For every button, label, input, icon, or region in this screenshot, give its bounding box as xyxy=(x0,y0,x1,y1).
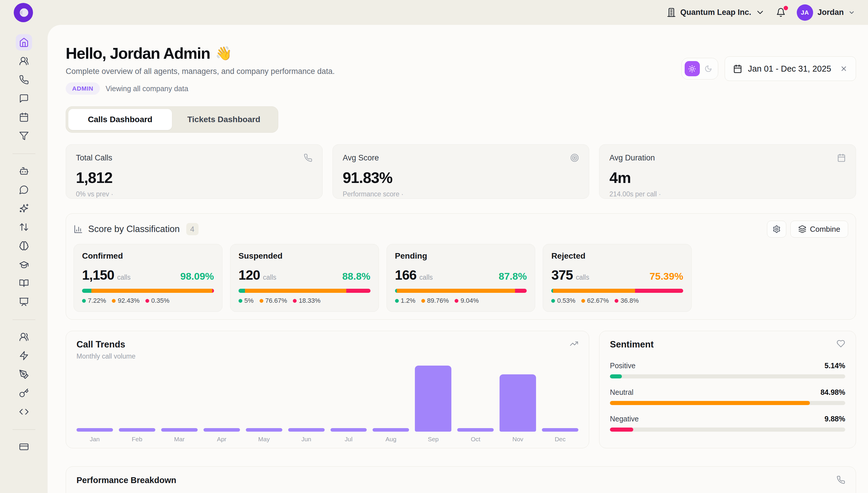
home-icon xyxy=(19,37,29,47)
sidebar-item-calendar[interactable] xyxy=(16,109,32,125)
date-range-picker[interactable]: Jan 01 - Dec 31, 2025 xyxy=(725,57,856,81)
bar-apr[interactable] xyxy=(204,428,240,432)
notification-dot xyxy=(784,6,788,10)
sidebar-item-book-open[interactable] xyxy=(16,275,32,291)
score-percent: 87.8% xyxy=(499,271,527,282)
sentiment-value: 5.14% xyxy=(824,362,845,370)
call-trends-chart xyxy=(76,366,578,432)
classification-card-confirmed[interactable]: Confirmed1,150calls98.09%7.22%92.43%0.35… xyxy=(74,244,223,312)
sidebar-item-sparkles[interactable] xyxy=(16,200,32,217)
sentiment-title: Sentiment xyxy=(610,339,654,350)
chevron-down-icon xyxy=(848,9,855,16)
bar-legend: 5%76.67%18.33% xyxy=(238,297,370,304)
bar-aug[interactable] xyxy=(372,428,409,432)
sidebar-item-users[interactable] xyxy=(16,329,32,345)
segmented-bar xyxy=(551,289,683,293)
bar-fill xyxy=(415,366,451,432)
sidebar-item-presentation[interactable] xyxy=(16,294,32,310)
tab-tickets-dashboard[interactable]: Tickets Dashboard xyxy=(172,109,276,130)
combine-button[interactable]: Combine xyxy=(790,221,848,238)
bar-jan[interactable] xyxy=(76,428,113,432)
legend-item: 62.67% xyxy=(581,297,609,304)
sidebar-item-zap[interactable] xyxy=(16,347,32,364)
sidebar-item-brain[interactable] xyxy=(16,238,32,254)
bar-fill xyxy=(246,428,282,432)
bar-oct[interactable] xyxy=(457,428,494,432)
bar-nov[interactable] xyxy=(500,374,536,432)
notifications-button[interactable] xyxy=(776,7,786,17)
sidebar-item-funnel[interactable] xyxy=(16,128,32,144)
bar-sep[interactable] xyxy=(415,366,451,432)
sentiment-track xyxy=(610,374,845,379)
sidebar-item-pen-tool[interactable] xyxy=(16,366,32,383)
phone-icon xyxy=(304,153,313,162)
users-icon xyxy=(19,332,29,342)
bar-segment-green xyxy=(238,289,245,293)
bar-segment-orange xyxy=(397,289,515,293)
date-range-value: Jan 01 - Dec 31, 2025 xyxy=(748,64,831,73)
clear-date-icon[interactable] xyxy=(840,65,848,72)
x-tick-label: Apr xyxy=(204,436,240,443)
performance-header: Performance Breakdown xyxy=(76,475,845,485)
sidebar-item-message-square[interactable] xyxy=(16,90,32,107)
sidebar-item-home[interactable] xyxy=(16,34,32,50)
x-tick-label: Jun xyxy=(288,436,325,443)
company-switcher[interactable]: Quantum Leap Inc. xyxy=(666,7,765,17)
app-logo[interactable] xyxy=(14,3,33,22)
bar-jul[interactable] xyxy=(330,428,367,432)
sidebar-item-phone[interactable] xyxy=(16,71,32,88)
classification-card-pending[interactable]: Pending166calls87.8%1.2%89.76%9.04% xyxy=(387,244,535,312)
calls-count: 375 xyxy=(551,267,573,283)
stat-value: 4m xyxy=(609,169,846,187)
bar-mar[interactable] xyxy=(161,428,198,432)
score-by-classification-section: Score by Classification 4 Combine Confir… xyxy=(66,213,856,320)
sentiment-fill xyxy=(610,374,622,379)
bar-chart-icon xyxy=(74,224,83,234)
classification-count-badge: 4 xyxy=(186,223,199,235)
stat-subtext: 0% vs prev · xyxy=(76,190,313,198)
light-theme-button[interactable] xyxy=(685,61,700,76)
logo-mark-icon xyxy=(17,6,30,19)
bar-feb[interactable] xyxy=(119,428,155,432)
main-panel: Hello, Jordan Admin 👋 Complete overview … xyxy=(48,25,868,493)
x-tick-label: Aug xyxy=(372,436,409,443)
calendar-icon xyxy=(19,112,29,122)
dark-theme-button[interactable] xyxy=(702,61,715,76)
sidebar-item-message-circle[interactable] xyxy=(16,181,32,198)
classification-card-suspended[interactable]: Suspended120calls88.8%5%76.67%18.33% xyxy=(230,244,379,312)
page-header: Hello, Jordan Admin 👋 Complete overview … xyxy=(66,44,856,95)
bar-may[interactable] xyxy=(246,428,282,432)
sentiment-track xyxy=(610,428,845,432)
bar-fill xyxy=(542,428,578,432)
sidebar-item-users[interactable] xyxy=(16,53,32,69)
classification-name: Confirmed xyxy=(82,251,214,261)
sidebar-divider xyxy=(13,429,35,430)
sidebar-item-code[interactable] xyxy=(16,404,32,420)
sidebar-item-graduation-cap[interactable] xyxy=(16,256,32,273)
stat-value: 1,812 xyxy=(76,169,313,187)
theme-toggle[interactable] xyxy=(681,58,718,80)
sidebar-item-arrows-up-down[interactable] xyxy=(16,219,32,235)
legend-dot-orange xyxy=(259,299,264,303)
legend-item: 0.53% xyxy=(551,297,575,304)
sidebar-item-bot[interactable] xyxy=(16,163,32,179)
tab-calls-dashboard[interactable]: Calls Dashboard xyxy=(68,109,172,130)
topbar-right: Quantum Leap Inc. JA Jordan xyxy=(666,4,855,21)
legend-item: 36.8% xyxy=(615,297,639,304)
sentiment-card: Sentiment Positive5.14%Neutral84.98%Nega… xyxy=(599,331,856,448)
stats-grid: Total Calls1,8120% vs prev ·Avg Score91.… xyxy=(66,144,856,199)
bar-fill xyxy=(204,428,240,432)
bar-dec[interactable] xyxy=(542,428,578,432)
admin-dashboard: { "topbar": { "company": "Quantum Leap I… xyxy=(0,0,868,493)
bar-jun[interactable] xyxy=(288,428,325,432)
sidebar-item-key[interactable] xyxy=(16,385,32,401)
trends-header: Call Trends Monthly call volume xyxy=(76,339,578,360)
combine-label: Combine xyxy=(810,225,840,234)
user-menu[interactable]: JA Jordan xyxy=(797,4,855,21)
sidebar-item-credit-card[interactable] xyxy=(16,438,32,455)
settings-button[interactable] xyxy=(767,221,786,238)
classification-card-rejected[interactable]: Rejected375calls75.39%0.53%62.67%36.8% xyxy=(543,244,692,312)
building-icon xyxy=(666,7,676,17)
stat-value: 91.83% xyxy=(343,169,579,187)
bar-segment-red xyxy=(212,289,214,293)
